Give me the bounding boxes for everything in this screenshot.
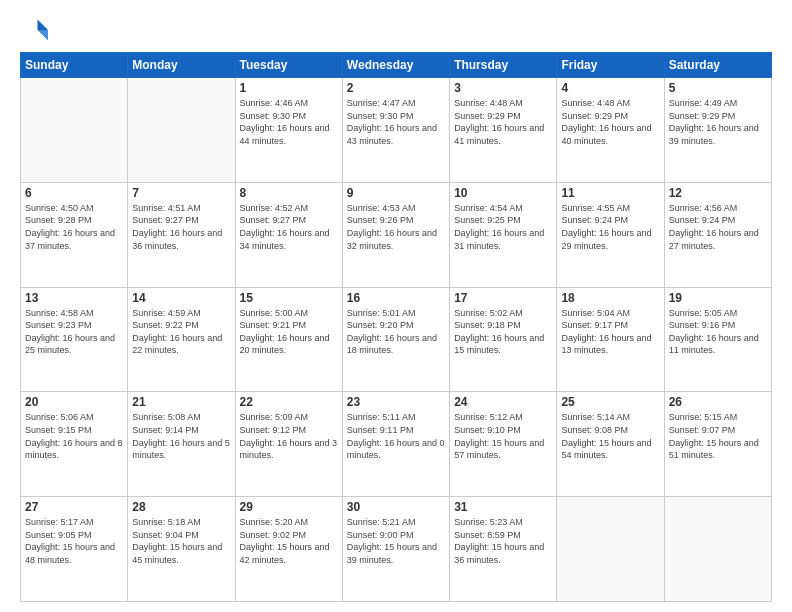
day-number: 31 <box>454 500 552 514</box>
day-info: Sunrise: 5:15 AM Sunset: 9:07 PM Dayligh… <box>669 411 767 461</box>
day-number: 3 <box>454 81 552 95</box>
logo <box>20 16 52 44</box>
dow-header-thursday: Thursday <box>450 53 557 78</box>
calendar-cell: 25Sunrise: 5:14 AM Sunset: 9:08 PM Dayli… <box>557 392 664 497</box>
dow-header-monday: Monday <box>128 53 235 78</box>
calendar-cell: 2Sunrise: 4:47 AM Sunset: 9:30 PM Daylig… <box>342 78 449 183</box>
day-number: 26 <box>669 395 767 409</box>
calendar-cell: 30Sunrise: 5:21 AM Sunset: 9:00 PM Dayli… <box>342 497 449 602</box>
day-number: 24 <box>454 395 552 409</box>
calendar-cell: 20Sunrise: 5:06 AM Sunset: 9:15 PM Dayli… <box>21 392 128 497</box>
day-info: Sunrise: 5:17 AM Sunset: 9:05 PM Dayligh… <box>25 516 123 566</box>
week-row-5: 27Sunrise: 5:17 AM Sunset: 9:05 PM Dayli… <box>21 497 772 602</box>
calendar-cell: 10Sunrise: 4:54 AM Sunset: 9:25 PM Dayli… <box>450 182 557 287</box>
calendar-cell <box>128 78 235 183</box>
calendar-cell: 5Sunrise: 4:49 AM Sunset: 9:29 PM Daylig… <box>664 78 771 183</box>
calendar-cell: 3Sunrise: 4:48 AM Sunset: 9:29 PM Daylig… <box>450 78 557 183</box>
day-info: Sunrise: 5:23 AM Sunset: 8:59 PM Dayligh… <box>454 516 552 566</box>
day-number: 30 <box>347 500 445 514</box>
day-number: 1 <box>240 81 338 95</box>
day-info: Sunrise: 5:08 AM Sunset: 9:14 PM Dayligh… <box>132 411 230 461</box>
calendar-cell <box>21 78 128 183</box>
day-info: Sunrise: 4:49 AM Sunset: 9:29 PM Dayligh… <box>669 97 767 147</box>
day-number: 6 <box>25 186 123 200</box>
logo-icon <box>20 16 48 44</box>
calendar-cell: 14Sunrise: 4:59 AM Sunset: 9:22 PM Dayli… <box>128 287 235 392</box>
day-info: Sunrise: 4:58 AM Sunset: 9:23 PM Dayligh… <box>25 307 123 357</box>
calendar-cell: 15Sunrise: 5:00 AM Sunset: 9:21 PM Dayli… <box>235 287 342 392</box>
calendar-cell: 18Sunrise: 5:04 AM Sunset: 9:17 PM Dayli… <box>557 287 664 392</box>
day-info: Sunrise: 5:01 AM Sunset: 9:20 PM Dayligh… <box>347 307 445 357</box>
svg-marker-0 <box>38 20 49 31</box>
day-number: 29 <box>240 500 338 514</box>
calendar-cell: 9Sunrise: 4:53 AM Sunset: 9:26 PM Daylig… <box>342 182 449 287</box>
day-info: Sunrise: 4:56 AM Sunset: 9:24 PM Dayligh… <box>669 202 767 252</box>
day-number: 15 <box>240 291 338 305</box>
calendar-table: SundayMondayTuesdayWednesdayThursdayFrid… <box>20 52 772 602</box>
dow-header-saturday: Saturday <box>664 53 771 78</box>
day-number: 25 <box>561 395 659 409</box>
calendar-cell <box>664 497 771 602</box>
week-row-1: 1Sunrise: 4:46 AM Sunset: 9:30 PM Daylig… <box>21 78 772 183</box>
dow-header-sunday: Sunday <box>21 53 128 78</box>
day-number: 8 <box>240 186 338 200</box>
day-info: Sunrise: 4:48 AM Sunset: 9:29 PM Dayligh… <box>561 97 659 147</box>
day-info: Sunrise: 5:06 AM Sunset: 9:15 PM Dayligh… <box>25 411 123 461</box>
day-number: 4 <box>561 81 659 95</box>
day-number: 27 <box>25 500 123 514</box>
day-number: 28 <box>132 500 230 514</box>
day-info: Sunrise: 5:20 AM Sunset: 9:02 PM Dayligh… <box>240 516 338 566</box>
calendar-cell: 11Sunrise: 4:55 AM Sunset: 9:24 PM Dayli… <box>557 182 664 287</box>
calendar-cell: 16Sunrise: 5:01 AM Sunset: 9:20 PM Dayli… <box>342 287 449 392</box>
day-number: 2 <box>347 81 445 95</box>
day-info: Sunrise: 5:00 AM Sunset: 9:21 PM Dayligh… <box>240 307 338 357</box>
day-info: Sunrise: 4:48 AM Sunset: 9:29 PM Dayligh… <box>454 97 552 147</box>
day-info: Sunrise: 5:21 AM Sunset: 9:00 PM Dayligh… <box>347 516 445 566</box>
day-info: Sunrise: 5:05 AM Sunset: 9:16 PM Dayligh… <box>669 307 767 357</box>
day-number: 14 <box>132 291 230 305</box>
day-info: Sunrise: 4:46 AM Sunset: 9:30 PM Dayligh… <box>240 97 338 147</box>
dow-header-wednesday: Wednesday <box>342 53 449 78</box>
calendar-cell: 31Sunrise: 5:23 AM Sunset: 8:59 PM Dayli… <box>450 497 557 602</box>
calendar-cell: 19Sunrise: 5:05 AM Sunset: 9:16 PM Dayli… <box>664 287 771 392</box>
week-row-4: 20Sunrise: 5:06 AM Sunset: 9:15 PM Dayli… <box>21 392 772 497</box>
day-number: 21 <box>132 395 230 409</box>
day-info: Sunrise: 4:47 AM Sunset: 9:30 PM Dayligh… <box>347 97 445 147</box>
svg-marker-1 <box>38 30 49 41</box>
day-number: 10 <box>454 186 552 200</box>
day-info: Sunrise: 5:12 AM Sunset: 9:10 PM Dayligh… <box>454 411 552 461</box>
week-row-3: 13Sunrise: 4:58 AM Sunset: 9:23 PM Dayli… <box>21 287 772 392</box>
page: SundayMondayTuesdayWednesdayThursdayFrid… <box>0 0 792 612</box>
calendar-cell: 12Sunrise: 4:56 AM Sunset: 9:24 PM Dayli… <box>664 182 771 287</box>
day-info: Sunrise: 5:14 AM Sunset: 9:08 PM Dayligh… <box>561 411 659 461</box>
calendar-cell: 4Sunrise: 4:48 AM Sunset: 9:29 PM Daylig… <box>557 78 664 183</box>
calendar-cell: 21Sunrise: 5:08 AM Sunset: 9:14 PM Dayli… <box>128 392 235 497</box>
day-number: 12 <box>669 186 767 200</box>
day-info: Sunrise: 5:09 AM Sunset: 9:12 PM Dayligh… <box>240 411 338 461</box>
day-of-week-row: SundayMondayTuesdayWednesdayThursdayFrid… <box>21 53 772 78</box>
day-number: 18 <box>561 291 659 305</box>
day-number: 22 <box>240 395 338 409</box>
day-info: Sunrise: 4:59 AM Sunset: 9:22 PM Dayligh… <box>132 307 230 357</box>
week-row-2: 6Sunrise: 4:50 AM Sunset: 9:28 PM Daylig… <box>21 182 772 287</box>
day-info: Sunrise: 5:18 AM Sunset: 9:04 PM Dayligh… <box>132 516 230 566</box>
calendar-cell: 24Sunrise: 5:12 AM Sunset: 9:10 PM Dayli… <box>450 392 557 497</box>
calendar-cell: 26Sunrise: 5:15 AM Sunset: 9:07 PM Dayli… <box>664 392 771 497</box>
day-number: 13 <box>25 291 123 305</box>
calendar-body: 1Sunrise: 4:46 AM Sunset: 9:30 PM Daylig… <box>21 78 772 602</box>
calendar-cell: 1Sunrise: 4:46 AM Sunset: 9:30 PM Daylig… <box>235 78 342 183</box>
day-info: Sunrise: 4:54 AM Sunset: 9:25 PM Dayligh… <box>454 202 552 252</box>
day-info: Sunrise: 4:53 AM Sunset: 9:26 PM Dayligh… <box>347 202 445 252</box>
day-number: 23 <box>347 395 445 409</box>
calendar-cell: 17Sunrise: 5:02 AM Sunset: 9:18 PM Dayli… <box>450 287 557 392</box>
day-number: 11 <box>561 186 659 200</box>
calendar-cell: 23Sunrise: 5:11 AM Sunset: 9:11 PM Dayli… <box>342 392 449 497</box>
day-number: 17 <box>454 291 552 305</box>
day-info: Sunrise: 4:52 AM Sunset: 9:27 PM Dayligh… <box>240 202 338 252</box>
calendar-cell: 7Sunrise: 4:51 AM Sunset: 9:27 PM Daylig… <box>128 182 235 287</box>
day-info: Sunrise: 4:50 AM Sunset: 9:28 PM Dayligh… <box>25 202 123 252</box>
day-number: 20 <box>25 395 123 409</box>
calendar-cell: 28Sunrise: 5:18 AM Sunset: 9:04 PM Dayli… <box>128 497 235 602</box>
calendar-cell: 6Sunrise: 4:50 AM Sunset: 9:28 PM Daylig… <box>21 182 128 287</box>
day-info: Sunrise: 4:55 AM Sunset: 9:24 PM Dayligh… <box>561 202 659 252</box>
